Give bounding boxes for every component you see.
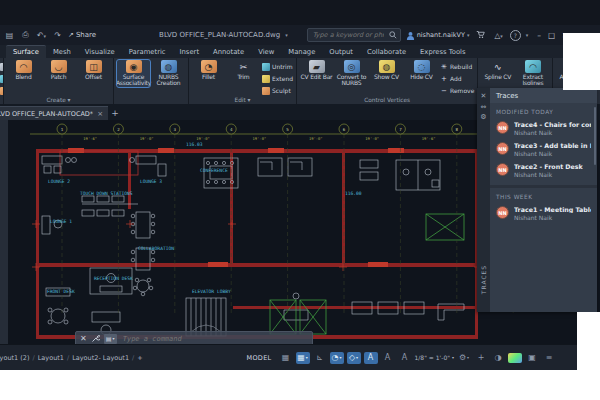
share-button[interactable]: ↗Share [68, 31, 96, 39]
ribbon-tab-surface[interactable]: Surface [6, 45, 46, 58]
search-input[interactable] [311, 30, 386, 40]
clean-screen-icon[interactable]: ▣ [525, 352, 539, 364]
avatar: NN [496, 206, 509, 219]
new-document-tab-button[interactable]: + [108, 106, 122, 120]
redo-icon[interactable]: ↷ [52, 31, 63, 40]
ribbon-button-remove[interactable]: −Remove [440, 85, 474, 96]
grid-display-icon[interactable]: ▦ [279, 352, 293, 364]
document-tab-close-icon[interactable]: × [97, 110, 103, 118]
traces-autohide-icon[interactable]: ⇔ [481, 102, 487, 113]
ribbon-tab-view[interactable]: View [251, 46, 281, 58]
ribbon-button-convert-to-nurbs[interactable]: ◎Convert to NURBS [335, 60, 368, 87]
ribbon-button-sculpt[interactable]: Sculpt [262, 85, 293, 96]
ribbon-button-label: Offset [85, 74, 102, 80]
model-space-button[interactable]: MODEL [247, 354, 272, 362]
undo-icon[interactable]: ↶▾ [36, 31, 47, 40]
document-tab[interactable]: BLVD OFFICE_PLAN-AUTOCAD* × [0, 106, 108, 120]
traces-settings-icon[interactable]: ⚙ [480, 112, 486, 123]
search-icon[interactable] [389, 31, 397, 39]
user-icon [406, 31, 415, 40]
traces-scrollbar[interactable] [594, 107, 596, 165]
ribbon-tab-output[interactable]: Output [322, 46, 360, 58]
avatar: NN [496, 142, 509, 155]
ribbon-button-trim[interactable]: ✂Trim [227, 60, 260, 80]
surface-patch-icon: ◡ [51, 60, 67, 73]
minimize-icon[interactable]: – [537, 31, 541, 40]
trace-title: Trace2 - Front Desk [514, 163, 583, 170]
user-name: nishant.naikVY [417, 31, 465, 39]
trace-author: Nishant Naik [514, 214, 591, 221]
ribbon-tab-mesh[interactable]: Mesh [46, 46, 78, 58]
ribbon-button-show-cv[interactable]: ◍Show CV [370, 60, 403, 80]
room-label-reception-desk: RECEPTION DESK [94, 276, 133, 281]
ribbon-tab-manage[interactable]: Manage [281, 46, 322, 58]
workspace-gear-icon[interactable]: ⚙▾ [457, 352, 471, 364]
elevator-shafts [270, 214, 464, 334]
ribbon-button-hide-cv[interactable]: ◌Hide CV [405, 60, 438, 80]
add-status-icon[interactable]: + [474, 352, 488, 364]
trace-item-trace4[interactable]: NNTrace4 - Chairs for conferenceNishant … [490, 118, 597, 139]
command-close-icon[interactable]: ✕ [80, 334, 87, 343]
trace-item-trace2[interactable]: NNTrace2 - Front DeskNishant Naik [490, 160, 597, 181]
room-label-touch-down-stations: TOUCH DOWN STATIONS [80, 191, 133, 196]
cart-icon[interactable] [474, 30, 487, 41]
ribbon-button-surface-associativity[interactable]: ◉Surface Associativity [117, 60, 150, 87]
annotation-scale-button[interactable]: 1/8" = 1'-0"▾ [415, 354, 454, 361]
ribbon-button-patch[interactable]: ◡Patch [42, 60, 75, 80]
ribbon-tab-row: SurfaceMeshVisualizeParametricInsertAnno… [0, 45, 600, 58]
ribbon-tab-insert[interactable]: Insert [173, 46, 207, 58]
app-menu-icon[interactable]: ▤ [4, 31, 15, 40]
autocad-window: ▤ ⎙ ↶▾ ↷ ↗Share BLVD OFFICE_PLAN-AUTOCAD… [0, 25, 600, 370]
ribbon-button-offset[interactable]: ◫Offset [77, 60, 110, 80]
ribbon-tab-visualize[interactable]: Visualize [78, 46, 122, 58]
customization-menu-icon[interactable]: ≡ [542, 352, 556, 364]
maximize-icon[interactable]: □ [548, 31, 555, 40]
snap-mode-icon[interactable]: ▦▾ [296, 352, 310, 364]
trace-item-trace1[interactable]: NNTrace1 - Meeting TablesNishant Naik [490, 203, 597, 224]
ribbon-tab-express-tools[interactable]: Express Tools [413, 46, 472, 58]
search-box[interactable] [307, 28, 401, 42]
ribbon-tab-collaborate[interactable]: Collaborate [360, 46, 413, 58]
isometric-drafting-icon[interactable]: ◇▾ [347, 352, 361, 364]
ribbon-tab-parametric[interactable]: Parametric [122, 46, 173, 58]
recent-commands-icon[interactable]: ▤▾ [104, 334, 117, 344]
ribbon-button-nurbs-creation[interactable]: ◍NURBS Creation [152, 60, 185, 87]
ortho-mode-icon[interactable]: ⊾ [313, 352, 327, 364]
autoscale-icon[interactable]: A [398, 352, 412, 364]
help-icon[interactable]: ? [510, 30, 521, 41]
user-account-button[interactable]: nishant.naikVY ▾ [406, 31, 470, 40]
layout-tab-layout1-2[interactable]: Layout1 (2) [0, 354, 30, 362]
hide-cv-icon: ◌ [414, 60, 430, 73]
remove-cv-icon: − [440, 87, 448, 95]
annotation-visibility-icon[interactable]: A [381, 352, 395, 364]
ribbon-button-label: Extend [272, 75, 293, 82]
rebuild-cv-icon: ✳ [440, 63, 448, 71]
ribbon-button-fillet[interactable]: ◔Fillet [192, 60, 225, 80]
layout-tab-layout2-layout1[interactable]: Layout2- Layout1 [72, 354, 129, 362]
ribbon-button-extend[interactable]: Extend [262, 73, 293, 84]
ribbon-button-extract-isolines[interactable]: ◠Extract Isolines [516, 60, 549, 87]
graphics-performance-icon[interactable]: ◑ [491, 352, 505, 364]
layout-tab-layout1[interactable]: Layout1 [38, 354, 64, 362]
traces-close-icon[interactable]: ✕ [481, 91, 487, 102]
trace-item-trace3[interactable]: NNTrace3 - Add table in ElevatorNishant … [490, 139, 597, 160]
ribbon-button-rebuild[interactable]: ✳Rebuild [440, 61, 474, 72]
ribbon-tab-annotate[interactable]: Annotate [206, 46, 251, 58]
ribbon-button-add[interactable]: +Add [440, 73, 474, 84]
new-layout-button[interactable]: + [137, 354, 142, 362]
plot-icon[interactable]: ⎙ [20, 30, 31, 40]
ribbon-group-caption: Edit ▾ [189, 97, 296, 103]
dimension-text: 19'-0" [253, 136, 267, 141]
ribbon-button-cv-edit-bar[interactable]: ▰CV Edit Bar [300, 60, 333, 80]
ribbon-button-blend[interactable]: ◠Blend [7, 60, 40, 80]
interface-colors-icon[interactable] [508, 353, 522, 363]
title-caret-icon[interactable]: ▾ [285, 32, 288, 38]
ribbon-button-untrim[interactable]: Untrim [262, 61, 293, 72]
object-snap-icon[interactable]: A [364, 352, 378, 364]
customize-wrench-icon[interactable] [91, 334, 100, 343]
ribbon-button-spline-cv[interactable]: ∿Spline CV [481, 60, 514, 80]
polar-tracking-icon[interactable]: ◔▾ [330, 352, 344, 364]
notifications-icon[interactable]: △▾ [492, 31, 504, 40]
walls [36, 148, 478, 339]
command-input[interactable] [121, 334, 308, 344]
